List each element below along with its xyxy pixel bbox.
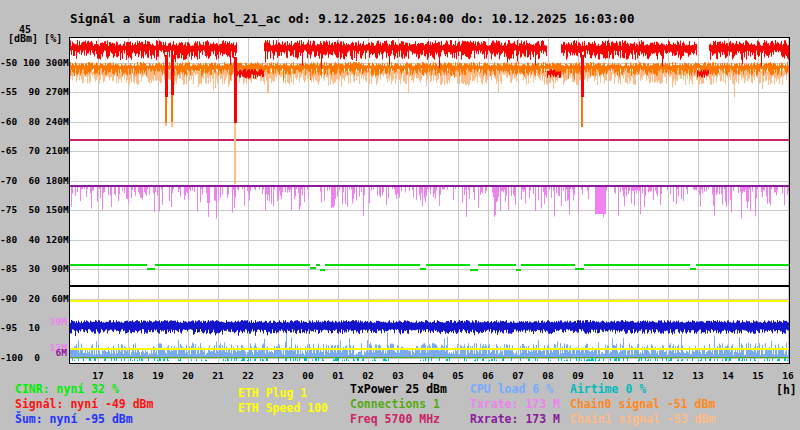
x-axis-hour-label: 11 xyxy=(626,371,650,381)
legend-item: ETH Plug 1 xyxy=(238,387,307,399)
legend-item: Rxrate: 173 M xyxy=(470,413,560,425)
mrtg-graph-page: Signál a šum radia hol_21_ac od: 9.12.20… xyxy=(0,0,800,430)
y-axis-row: -60 80 240M xyxy=(0,117,68,127)
x-axis-hour-label: 00 xyxy=(296,371,320,381)
legend-item: Chain1 signal -53 dBm xyxy=(570,413,715,425)
y-axis-row: -75 50 150M xyxy=(0,205,68,215)
x-axis-hour-label: 03 xyxy=(386,371,410,381)
x-axis-hour-label: 19 xyxy=(146,371,170,381)
x-axis-hour-label: 17 xyxy=(86,371,110,381)
y-axis-row: -90 20 60M xyxy=(0,294,68,304)
legend-item: Connections 1 xyxy=(350,398,440,410)
x-axis-hour-label: 06 xyxy=(476,371,500,381)
x-axis-unit-label: [h] xyxy=(776,383,797,397)
legend-item: Signál: nyní -49 dBm xyxy=(15,398,153,410)
x-axis-hour-label: 18 xyxy=(116,371,140,381)
x-axis-hour-label: 16 xyxy=(776,371,800,381)
x-axis-hour-label: 10 xyxy=(596,371,620,381)
x-axis-hour-label: 02 xyxy=(356,371,380,381)
x-axis-hour-label: 15 xyxy=(746,371,770,381)
legend-item: Šum: nyní -95 dBm xyxy=(15,413,133,425)
y-axis-row: -80 40 120M xyxy=(0,235,68,245)
graph-title: Signál a šum radia hol_21_ac od: 9.12.20… xyxy=(70,11,634,26)
y-axis-extra-label: 6M xyxy=(0,348,67,358)
legend-item: CPU load 6 % xyxy=(470,383,553,395)
x-axis-hour-label: 07 xyxy=(506,371,530,381)
y-axis-row: -65 70 210M xyxy=(0,146,68,156)
x-axis-hour-label: 23 xyxy=(266,371,290,381)
legend-item: Airtime 0 % xyxy=(570,383,646,395)
y-axis-row: -50 100 300M xyxy=(0,58,68,68)
x-axis-hour-label: 20 xyxy=(176,371,200,381)
x-axis-hour-label: 05 xyxy=(446,371,470,381)
y-axis-row: -85 30 90M xyxy=(0,264,68,274)
x-axis-hour-label: 13 xyxy=(686,371,710,381)
y-axis-row: -70 60 180M xyxy=(0,176,68,186)
x-axis-hour-label: 21 xyxy=(206,371,230,381)
y-axis-extra-label: 39M xyxy=(0,317,67,327)
x-axis-hour-label: 12 xyxy=(656,371,680,381)
x-axis-hour-label: 14 xyxy=(716,371,740,381)
graph-canvas xyxy=(70,38,789,363)
legend-item: CINR: nyní 32 % xyxy=(15,383,119,395)
x-axis-hour-label: 08 xyxy=(536,371,560,381)
legend-item: Chain0 signal -51 dBm xyxy=(570,398,715,410)
y-axis-row: -55 90 270M xyxy=(0,87,68,97)
legend-item: TxPower 25 dBm xyxy=(350,383,447,395)
legend-item: ETH Speed 100 xyxy=(238,402,328,414)
legend-item: Txrate: 173 M xyxy=(470,398,560,410)
x-axis-hour-label: 09 xyxy=(566,371,590,381)
x-axis-hour-label: 01 xyxy=(326,371,350,381)
y-axis-header: [dBm] [%] xyxy=(8,33,62,44)
plot-area xyxy=(69,37,790,364)
legend-item: Freq 5700 MHz xyxy=(350,413,440,425)
x-axis-hour-label: 04 xyxy=(416,371,440,381)
x-axis-hour-label: 22 xyxy=(236,371,260,381)
